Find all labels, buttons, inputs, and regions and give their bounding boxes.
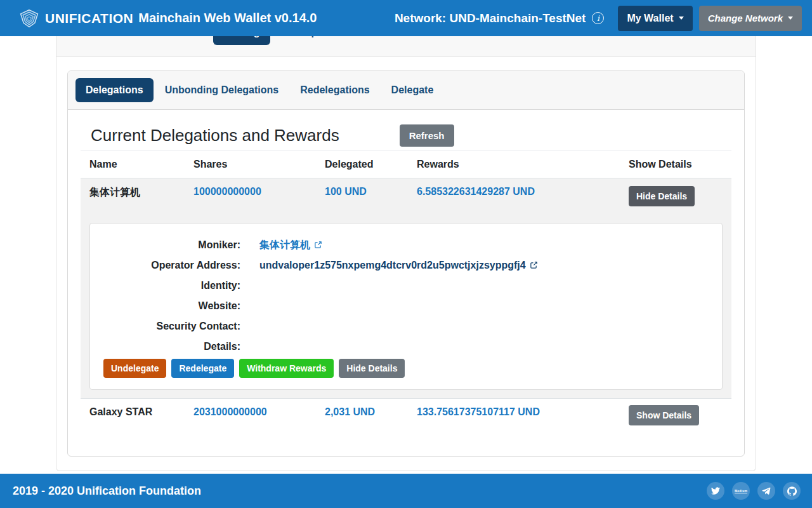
app-title: Mainchain Web Wallet v0.14.0 xyxy=(138,11,317,25)
twitter-icon[interactable] xyxy=(707,482,724,500)
moniker-value: 集体计算机 xyxy=(259,239,310,250)
unification-logo-icon xyxy=(19,9,39,28)
subtab-redelegations[interactable]: Redelegations xyxy=(290,78,379,102)
shares-link[interactable]: 100000000000 xyxy=(193,186,261,197)
col-header-rewards: Rewards xyxy=(408,151,620,178)
content-card: Transfer Transactions Staking Enterprise… xyxy=(56,36,756,471)
tab-transfer[interactable]: Transfer xyxy=(60,36,120,45)
col-header-shares: Shares xyxy=(185,151,316,178)
medium-icon[interactable]: Medium xyxy=(732,482,750,500)
table-header-row: Name Shares Delegated Rewards Show Detai… xyxy=(81,151,731,178)
telegram-icon[interactable] xyxy=(757,482,775,500)
col-header-show-details: Show Details xyxy=(620,151,731,178)
external-link-icon xyxy=(530,261,538,269)
brand-name: UNIFICATION xyxy=(45,11,133,26)
twitter-bird-icon xyxy=(711,486,720,495)
my-wallet-button[interactable]: My Wallet xyxy=(618,6,692,31)
refresh-button[interactable]: Refresh xyxy=(400,124,454,147)
social-icons: Medium xyxy=(699,482,801,500)
my-wallet-label: My Wallet xyxy=(627,13,673,24)
table-row: Galaxy STAR 2031000000000 2,031 UND 133.… xyxy=(81,398,731,433)
operator-address-link[interactable]: undvaloper1z575nxpemg4dtcrv0rd2u5pwctjxj… xyxy=(259,260,538,271)
hide-details-button[interactable]: Hide Details xyxy=(339,359,405,378)
staking-subtabs: Delegations Unbonding Delegations Redele… xyxy=(68,71,744,110)
undelegate-button[interactable]: Undelegate xyxy=(103,359,166,378)
caret-down-icon xyxy=(788,17,793,20)
change-network-button[interactable]: Change Network xyxy=(699,6,802,31)
col-header-name: Name xyxy=(81,151,185,178)
withdraw-rewards-button[interactable]: Withdraw Rewards xyxy=(239,359,334,378)
info-icon[interactable]: i xyxy=(592,12,604,24)
tab-staking[interactable]: Staking xyxy=(213,36,270,45)
rewards-link[interactable]: 133.75617375107117 UND xyxy=(417,406,540,417)
show-details-button[interactable]: Show Details xyxy=(629,405,699,425)
subtab-delegations[interactable]: Delegations xyxy=(75,78,154,102)
primary-tabs: Transfer Transactions Staking Enterprise xyxy=(60,36,351,45)
details-label: Details: xyxy=(90,341,240,352)
moniker-link[interactable]: 集体计算机 xyxy=(259,239,322,250)
website-label: Website: xyxy=(90,300,240,312)
network-label: Network: UND-Mainchain-TestNet xyxy=(395,11,586,25)
brand: UNIFICATION Mainchain Web Wallet v0.14.0 xyxy=(19,9,317,28)
validator-details-card: Moniker: 集体计算机 Operator Address: undvalo… xyxy=(89,223,723,390)
hide-details-button[interactable]: Hide Details xyxy=(629,186,695,206)
app-footer: 2019 - 2020 Unification Foundation Mediu… xyxy=(0,474,812,508)
telegram-plane-icon xyxy=(762,486,771,495)
medium-wordmark: Medium xyxy=(735,489,747,493)
main-area: Transfer Transactions Staking Enterprise… xyxy=(0,36,812,474)
operator-address-label: Operator Address: xyxy=(90,260,240,271)
identity-label: Identity: xyxy=(90,280,240,291)
delegated-link[interactable]: 100 UND xyxy=(325,186,367,197)
security-contact-label: Security Contact: xyxy=(90,321,240,332)
moniker-label: Moniker: xyxy=(90,239,240,251)
github-icon[interactable] xyxy=(783,482,801,500)
delegations-body: Current Delegations and Rewards Refresh … xyxy=(68,110,744,456)
shares-link[interactable]: 2031000000000 xyxy=(193,406,267,417)
copyright-text: 2019 - 2020 Unification Foundation xyxy=(13,485,201,498)
subtab-unbonding-delegations[interactable]: Unbonding Delegations xyxy=(155,78,289,102)
network-wrap: Network: UND-Mainchain-TestNet i xyxy=(395,11,605,25)
redelegate-button[interactable]: Redelegate xyxy=(171,359,234,378)
tab-transactions[interactable]: Transactions xyxy=(125,36,208,45)
rewards-link[interactable]: 6.585322631429287 UND xyxy=(417,186,535,197)
table-row: 集体计算机 100000000000 100 UND 6.58532263142… xyxy=(81,178,731,398)
validator-name: 集体计算机 xyxy=(81,178,185,214)
delegated-link[interactable]: 2,031 UND xyxy=(325,406,375,417)
operator-address-value: undvaloper1z575nxpemg4dtcrv0rd2u5pwctjxj… xyxy=(259,260,526,271)
staking-panel: Delegations Unbonding Delegations Redele… xyxy=(67,70,745,457)
delegations-table: Name Shares Delegated Rewards Show Detai… xyxy=(81,150,731,433)
page-title: Current Delegations and Rewards xyxy=(91,126,339,145)
external-link-icon xyxy=(314,241,322,249)
caret-down-icon xyxy=(679,17,684,20)
change-network-label: Change Network xyxy=(708,13,783,23)
github-octocat-icon xyxy=(787,486,797,496)
col-header-delegated: Delegated xyxy=(316,151,408,178)
app-header: UNIFICATION Mainchain Web Wallet v0.14.0… xyxy=(0,0,812,36)
details-actions: Undelegate Redelegate Withdraw Rewards H… xyxy=(103,359,722,378)
primary-tabs-strip: Transfer Transactions Staking Enterprise xyxy=(56,36,756,57)
subtab-delegate[interactable]: Delegate xyxy=(381,78,444,102)
tab-enterprise[interactable]: Enterprise xyxy=(275,36,346,45)
validator-name: Galaxy STAR xyxy=(81,399,185,433)
